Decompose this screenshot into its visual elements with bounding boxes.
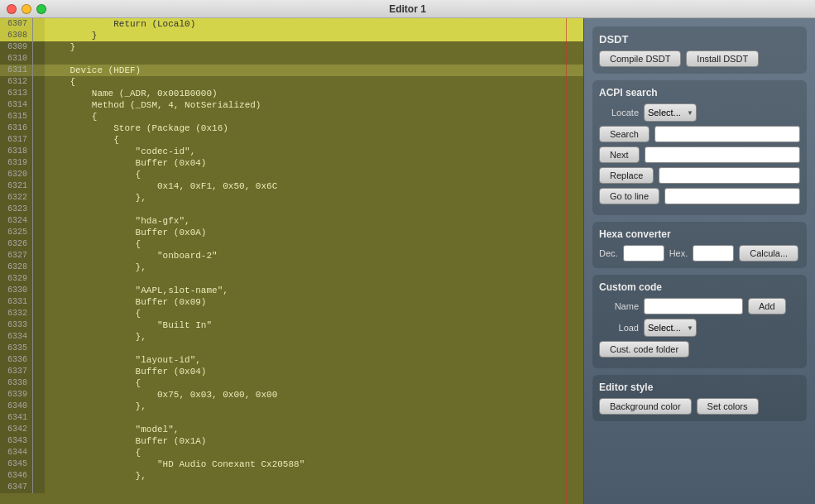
code-line-6343[interactable]: 6343 Buffer (0x1A) xyxy=(0,435,583,447)
breakpoint-area xyxy=(33,18,45,30)
code-line-6310[interactable]: 6310 xyxy=(0,53,583,65)
code-line-6311[interactable]: 6311 Device (HDEF) xyxy=(0,65,583,76)
hex-input[interactable] xyxy=(693,245,734,262)
code-text: }, xyxy=(45,192,146,204)
code-line-6346[interactable]: 6346 }, xyxy=(0,470,583,482)
code-line-6338[interactable]: 6338 { xyxy=(0,377,583,389)
code-text: 0x75, 0x03, 0x00, 0x00 xyxy=(45,389,277,401)
line-number: 6330 xyxy=(0,285,33,296)
code-line-6319[interactable]: 6319 Buffer (0x04) xyxy=(0,157,583,169)
code-line-6328[interactable]: 6328 }, xyxy=(0,262,583,273)
go-to-line-input[interactable] xyxy=(664,188,800,204)
cust-code-folder-button[interactable]: Cust. code folder xyxy=(599,341,689,358)
code-line-6336[interactable]: 6336 "layout-id", xyxy=(0,354,583,366)
code-line-6315[interactable]: 6315 { xyxy=(0,111,583,122)
install-dsdt-button[interactable]: Install DSDT xyxy=(686,50,759,67)
code-line-6340[interactable]: 6340 }, xyxy=(0,401,583,412)
replace-button[interactable]: Replace xyxy=(599,167,654,184)
line-number: 6307 xyxy=(0,18,33,30)
code-line-6308[interactable]: 6308 } xyxy=(0,30,583,41)
breakpoint-area xyxy=(33,76,45,88)
compile-dsdt-button[interactable]: Compile DSDT xyxy=(599,50,681,67)
code-text: Buffer (0x1A) xyxy=(45,435,206,447)
code-line-6307[interactable]: 6307 Return (Local0) xyxy=(0,18,583,30)
breakpoint-area xyxy=(33,273,45,285)
code-line-6345[interactable]: 6345 "HD Audio Conexant Cx20588" xyxy=(0,458,583,470)
code-line-6309[interactable]: 6309 } xyxy=(0,41,583,53)
background-color-button[interactable]: Background color xyxy=(599,398,692,415)
search-input[interactable] xyxy=(654,126,800,142)
line-number: 6309 xyxy=(0,41,33,53)
code-line-6320[interactable]: 6320 { xyxy=(0,169,583,180)
code-line-6323[interactable]: 6323 xyxy=(0,204,583,215)
code-line-6322[interactable]: 6322 }, xyxy=(0,192,583,204)
code-line-6316[interactable]: 6316 Store (Package (0x16) xyxy=(0,122,583,134)
set-colors-button[interactable]: Set colors xyxy=(697,398,759,415)
code-line-6330[interactable]: 6330 "AAPL,slot-name", xyxy=(0,285,583,296)
line-number: 6340 xyxy=(0,401,33,412)
code-line-6337[interactable]: 6337 Buffer (0x04) xyxy=(0,366,583,377)
line-number: 6337 xyxy=(0,366,33,377)
code-line-6314[interactable]: 6314 Method (_DSM, 4, NotSerialized) xyxy=(0,99,583,111)
editor-area[interactable]: 6307 Return (Local0)6308 }6309 }63106311… xyxy=(0,18,583,504)
breakpoint-area xyxy=(33,180,45,192)
code-line-6334[interactable]: 6334 }, xyxy=(0,331,583,343)
maximize-button[interactable] xyxy=(36,4,46,14)
code-line-6325[interactable]: 6325 Buffer (0x0A) xyxy=(0,227,583,238)
code-line-6326[interactable]: 6326 { xyxy=(0,238,583,250)
locate-select[interactable]: Select... xyxy=(644,103,697,122)
line-number: 6341 xyxy=(0,412,33,424)
breakpoint-area xyxy=(33,285,45,296)
breakpoint-area xyxy=(33,343,45,354)
code-line-6333[interactable]: 6333 "Built In" xyxy=(0,319,583,331)
code-text: }, xyxy=(45,262,146,273)
code-line-6339[interactable]: 6339 0x75, 0x03, 0x00, 0x00 xyxy=(0,389,583,401)
name-input[interactable] xyxy=(644,298,743,314)
code-line-6324[interactable]: 6324 "hda-gfx", xyxy=(0,215,583,227)
code-text xyxy=(45,204,48,215)
calculate-button[interactable]: Calcula... xyxy=(739,245,798,262)
code-line-6347[interactable]: 6347 xyxy=(0,482,583,493)
code-line-6331[interactable]: 6331 Buffer (0x09) xyxy=(0,296,583,308)
replace-input[interactable] xyxy=(659,167,800,184)
add-button[interactable]: Add xyxy=(748,298,786,314)
code-line-6329[interactable]: 6329 xyxy=(0,273,583,285)
line-number: 6339 xyxy=(0,389,33,401)
breakpoint-area xyxy=(33,215,45,227)
code-line-6344[interactable]: 6344 { xyxy=(0,447,583,458)
code-text: "model", xyxy=(45,424,179,435)
line-number: 6313 xyxy=(0,88,33,99)
code-line-6332[interactable]: 6332 { xyxy=(0,308,583,319)
minimize-button[interactable] xyxy=(22,4,31,14)
code-line-6317[interactable]: 6317 { xyxy=(0,134,583,146)
line-number: 6312 xyxy=(0,76,33,88)
line-number: 6333 xyxy=(0,319,33,331)
code-text: "HD Audio Conexant Cx20588" xyxy=(45,458,304,470)
locate-select-wrapper[interactable]: Select... xyxy=(644,103,697,122)
code-text: Return (Local0) xyxy=(45,18,195,30)
breakpoint-area xyxy=(33,88,45,99)
load-select[interactable]: Select... xyxy=(644,319,697,337)
go-to-line-button[interactable]: Go to line xyxy=(599,188,659,204)
code-line-6335[interactable]: 6335 xyxy=(0,343,583,354)
code-line-6327[interactable]: 6327 "onboard-2" xyxy=(0,250,583,262)
breakpoint-area xyxy=(33,146,45,157)
dec-input[interactable] xyxy=(623,245,664,262)
code-line-6318[interactable]: 6318 "codec-id", xyxy=(0,146,583,157)
hexa-row: Dec. Hex. Calcula... xyxy=(599,245,800,262)
search-button[interactable]: Search xyxy=(599,126,650,142)
next-button[interactable]: Next xyxy=(599,146,640,163)
code-text: { xyxy=(45,308,141,319)
code-line-6342[interactable]: 6342 "model", xyxy=(0,424,583,435)
breakpoint-area xyxy=(33,296,45,308)
next-input[interactable] xyxy=(645,146,800,163)
code-line-6341[interactable]: 6341 xyxy=(0,412,583,424)
breakpoint-area xyxy=(33,319,45,331)
code-line-6321[interactable]: 6321 0x14, 0xF1, 0x50, 0x6C xyxy=(0,180,583,192)
code-line-6313[interactable]: 6313 Name (_ADR, 0x001B0000) xyxy=(0,88,583,99)
close-button[interactable] xyxy=(7,4,17,14)
code-line-6312[interactable]: 6312 { xyxy=(0,76,583,88)
breakpoint-area xyxy=(33,53,45,65)
load-select-wrapper[interactable]: Select... xyxy=(644,319,697,337)
code-container[interactable]: 6307 Return (Local0)6308 }6309 }63106311… xyxy=(0,18,583,504)
